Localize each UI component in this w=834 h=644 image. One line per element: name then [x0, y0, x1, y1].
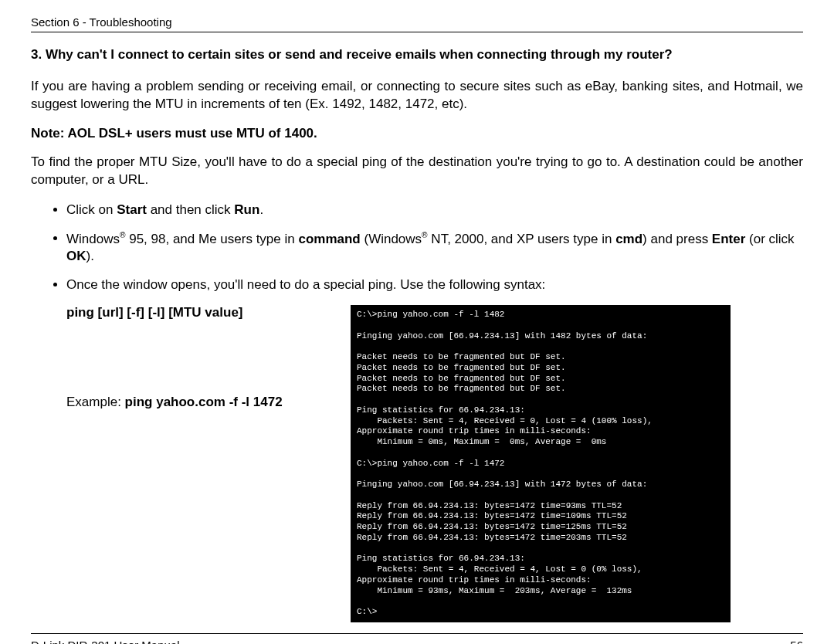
kw-cmd: cmd: [615, 231, 642, 246]
term-line: Reply from 66.94.234.13: bytes=1472 time…: [357, 501, 622, 510]
paragraph-1: If you are having a problem sending or r…: [31, 78, 803, 114]
page-footer: D-Link DIR-301 User Manual 56: [31, 633, 803, 644]
example-label: Example:: [66, 395, 125, 409]
bullet-2: Windows® 95, 98, and Me users type in co…: [66, 230, 803, 266]
term-line: Minimum = 93ms, Maximum = 203ms, Average…: [357, 586, 632, 595]
bullet-3: Once the window opens, you'll need to do…: [66, 276, 803, 294]
term-line: Reply from 66.94.234.13: bytes=1472 time…: [357, 533, 627, 542]
text: .: [259, 202, 263, 217]
term-line: Packets: Sent = 4, Received = 0, Lost = …: [357, 416, 653, 425]
text: and then click: [147, 202, 234, 217]
term-line: Packets: Sent = 4, Received = 4, Lost = …: [357, 564, 642, 574]
note-aol: Note: AOL DSL+ users must use MTU of 140…: [31, 126, 803, 141]
term-line: Pinging yahoo.com [66.94.234.13] with 14…: [357, 480, 647, 489]
paragraph-2: To find the proper MTU Size, you'll have…: [31, 154, 803, 189]
main-content: 3. Why can't I connect to certain sites …: [31, 46, 803, 622]
term-line: C:\>ping yahoo.com -f -l 1472: [357, 459, 504, 468]
section-label: Section 6 - Troubleshooting: [31, 15, 172, 29]
syntax-row: ping [url] [-f] [-l] [MTU value] Example…: [31, 305, 803, 622]
text: Windows: [66, 231, 120, 246]
term-line: Pinging yahoo.com [66.94.234.13] with 14…: [357, 331, 647, 341]
term-line: Ping statistics for 66.94.234.13:: [357, 405, 525, 415]
text: ).: [86, 249, 94, 263]
kw-enter: Enter: [712, 231, 745, 246]
page-header: Section 6 - Troubleshooting: [31, 15, 803, 32]
term-line: C:\>: [357, 607, 377, 616]
term-line: Reply from 66.94.234.13: bytes=1472 time…: [357, 511, 627, 520]
text: (Windows: [361, 231, 422, 246]
ping-example: Example: ping yahoo.com -f -l 1472: [66, 395, 329, 410]
footer-manual-title: D-Link DIR-301 User Manual: [31, 639, 180, 644]
footer-page-number: 56: [790, 639, 803, 644]
text: Click on: [66, 202, 117, 217]
ping-syntax: ping [url] [-f] [-l] [MTU value]: [66, 305, 329, 320]
term-line: Ping statistics for 66.94.234.13:: [357, 554, 525, 563]
term-line: C:\>ping yahoo.com -f -l 1482: [357, 310, 504, 319]
text: ) and press: [642, 231, 712, 246]
text: 95, 98, and Me users type in: [125, 231, 298, 246]
term-line: Approximate round trip times in milli-se…: [357, 426, 592, 436]
bullet-1: Click on Start and then click Run.: [66, 202, 803, 219]
term-line: Packet needs to be fragmented but DF set…: [357, 352, 566, 361]
term-line: Minimum = 0ms, Maximum = 0ms, Average = …: [357, 437, 606, 446]
kw-command: command: [298, 231, 360, 246]
text: (or click: [745, 231, 794, 246]
term-line: Reply from 66.94.234.13: bytes=1472 time…: [357, 522, 627, 531]
term-line: Packet needs to be fragmented but DF set…: [357, 363, 566, 372]
text: NT, 2000, and XP users type in: [428, 231, 616, 246]
example-command: ping yahoo.com -f -l 1472: [125, 395, 283, 409]
term-line: Approximate round trip times in milli-se…: [357, 575, 592, 585]
kw-ok: OK: [66, 249, 86, 263]
kw-run: Run: [234, 202, 259, 217]
term-line: Packet needs to be fragmented but DF set…: [357, 374, 566, 383]
terminal-output: C:\>ping yahoo.com -f -l 1482 Pinging ya…: [351, 305, 731, 622]
question-heading: 3. Why can't I connect to certain sites …: [31, 46, 803, 64]
question-number: 3.: [31, 47, 42, 62]
kw-start: Start: [117, 202, 147, 217]
syntax-left: ping [url] [-f] [-l] [MTU value] Example…: [66, 305, 329, 410]
instruction-list: Click on Start and then click Run. Windo…: [66, 202, 803, 294]
term-line: Packet needs to be fragmented but DF set…: [357, 384, 566, 393]
question-text: Why can't I connect to certain sites or …: [46, 47, 673, 62]
reg-mark: ®: [422, 231, 428, 239]
